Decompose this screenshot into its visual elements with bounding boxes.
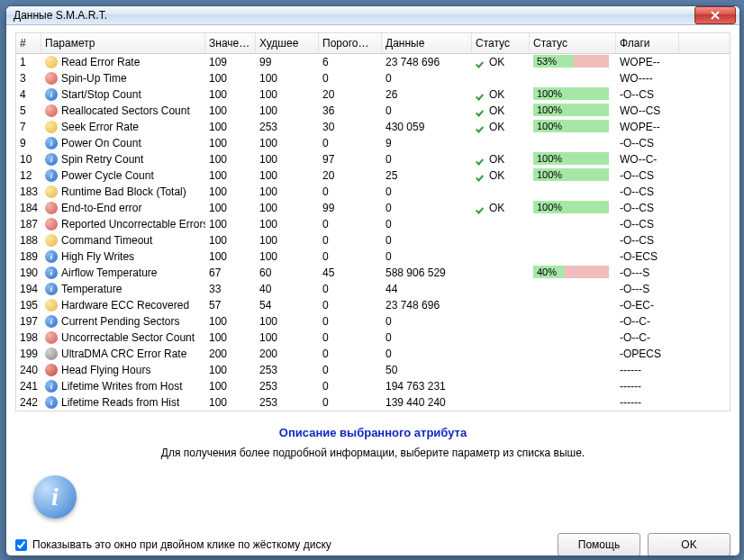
table-row[interactable]: 10Spin Retry Count100100970OK100%WO--C-: [16, 151, 730, 167]
cell-thr: 0: [319, 72, 382, 85]
col-flags[interactable]: Флаги: [616, 33, 679, 53]
help-button[interactable]: Помощь: [558, 533, 640, 556]
cell-val: 100: [205, 364, 256, 376]
col-value[interactable]: Значе…: [205, 33, 256, 53]
cell-data: 0: [382, 234, 472, 247]
table-row[interactable]: 5Reallocated Sectors Count100100360OK100…: [16, 103, 730, 119]
cell-id: 7: [16, 121, 41, 133]
cell-param: Temperature: [41, 283, 205, 295]
description-subtitle: Для получения более подробной информации…: [15, 447, 730, 459]
cell-flags: -O-ECS: [616, 250, 679, 263]
attr-icon: [45, 88, 58, 101]
param-label: Temperature: [61, 283, 122, 295]
attr-icon: [45, 299, 58, 312]
show-on-dblclick-checkbox[interactable]: Показывать это окно при двойном клике по…: [15, 538, 331, 551]
cell-id: 184: [16, 202, 41, 214]
cell-status: OK: [472, 88, 530, 101]
cell-thr: 20: [319, 169, 382, 182]
table-row[interactable]: 1Read Error Rate10999623 748 696OK53%WOP…: [16, 54, 730, 70]
cell-param: Hardware ECC Recovered: [41, 299, 205, 312]
table-body: 1Read Error Rate10999623 748 696OK53%WOP…: [16, 54, 730, 411]
param-label: Uncorrectable Sector Count: [61, 331, 195, 344]
attr-icon: [45, 396, 58, 409]
table-row[interactable]: 199UltraDMA CRC Error Rate20020000-OPECS: [16, 346, 730, 362]
table-row[interactable]: 242Lifetime Reads from Hist1002530139 44…: [16, 394, 730, 411]
col-status2[interactable]: Статус: [530, 33, 616, 53]
attr-icon: [45, 331, 58, 344]
cell-val: 100: [205, 218, 256, 230]
table-row[interactable]: 4Start/Stop Count1001002026OK100%-O--CS: [16, 86, 730, 103]
cell-flags: -O--C-: [616, 331, 679, 344]
table-row[interactable]: 183Runtime Bad Block (Total)10010000-O--…: [16, 184, 730, 200]
cell-val: 100: [205, 88, 256, 101]
attr-icon: [45, 218, 58, 230]
cell-flags: -O--CS: [616, 137, 679, 149]
close-button[interactable]: [694, 6, 736, 24]
table-row[interactable]: 188Command Timeout10010000-O--CS: [16, 232, 730, 248]
table-row[interactable]: 240Head Flying Hours100253050------: [16, 362, 730, 378]
param-label: Command Timeout: [61, 234, 152, 247]
status-bar: 100%: [533, 120, 609, 132]
col-thresh[interactable]: Порого…: [319, 33, 382, 53]
attr-icon: [45, 364, 58, 376]
table-row[interactable]: 198Uncorrectable Sector Count10010000-O-…: [16, 330, 730, 346]
content: # Параметр Значе… Худшее Порого… Данные …: [6, 25, 739, 556]
param-label: Power On Count: [61, 137, 141, 149]
col-param[interactable]: Параметр: [41, 33, 205, 53]
show-on-dblclick-input[interactable]: [15, 539, 27, 551]
cell-thr: 0: [319, 185, 382, 198]
cell-data: 9: [382, 137, 472, 149]
titlebar[interactable]: Данные S.M.A.R.T.: [6, 6, 739, 25]
cell-thr: 0: [319, 234, 382, 247]
table-row[interactable]: 195Hardware ECC Recovered5754023 748 696…: [16, 297, 730, 313]
cell-id: 1: [16, 56, 41, 68]
attr-icon: [45, 315, 58, 328]
check-icon: [476, 89, 486, 100]
param-label: Reported Uncorrectable Errors: [61, 218, 205, 230]
cell-param: Command Timeout: [41, 234, 205, 247]
table-row[interactable]: 12Power Cycle Count1001002025OK100%-O--C…: [16, 167, 730, 184]
table-row[interactable]: 241Lifetime Writes from Host1002530194 7…: [16, 378, 730, 394]
ok-button[interactable]: OK: [648, 533, 730, 556]
cell-worst: 100: [256, 185, 319, 198]
table-row[interactable]: 187Reported Uncorrectable Errors10010000…: [16, 216, 730, 232]
cell-param: Start/Stop Count: [41, 88, 205, 101]
param-label: Head Flying Hours: [61, 364, 150, 376]
table-row[interactable]: 189High Fly Writes10010000-O-ECS: [16, 248, 730, 265]
param-label: Read Error Rate: [61, 56, 140, 68]
table-row[interactable]: 190Airflow Temperature676045588 906 5294…: [16, 265, 730, 281]
cell-data: 23 748 696: [382, 56, 472, 68]
cell-status-bar: 53%: [530, 55, 616, 70]
cell-param: Lifetime Reads from Hist: [41, 396, 205, 409]
cell-val: 100: [205, 202, 256, 214]
cell-param: Power Cycle Count: [41, 169, 205, 182]
table-row[interactable]: 9Power On Count10010009-O--CS: [16, 135, 730, 151]
cell-flags: -O--C-: [616, 315, 679, 328]
cell-data: 0: [382, 250, 472, 263]
table-row[interactable]: 194Temperature3340044-O---S: [16, 281, 730, 297]
col-id[interactable]: #: [16, 33, 41, 53]
param-label: UltraDMA CRC Error Rate: [61, 348, 186, 360]
col-status[interactable]: Статус: [472, 33, 530, 53]
table-row[interactable]: 184End-to-End error100100990OK100%-O--CS: [16, 200, 730, 216]
cell-data: 0: [382, 331, 472, 344]
col-worst[interactable]: Худшее: [256, 33, 319, 53]
attr-icon: [45, 104, 58, 117]
status-bar: 100%: [533, 87, 609, 100]
col-data[interactable]: Данные: [382, 33, 472, 53]
table-row[interactable]: 3Spin-Up Time10010000WO----: [16, 70, 730, 86]
cell-val: 100: [205, 380, 256, 393]
cell-worst: 100: [256, 315, 319, 328]
check-icon: [476, 154, 486, 165]
table-row[interactable]: 197Current Pending Sectors10010000-O--C-: [16, 313, 730, 330]
cell-flags: ------: [616, 364, 679, 376]
cell-worst: 100: [256, 234, 319, 247]
cell-thr: 0: [319, 364, 382, 376]
table-header[interactable]: # Параметр Значе… Худшее Порого… Данные …: [16, 33, 730, 54]
cell-status-bar: 100%: [530, 120, 616, 135]
table-row[interactable]: 7Seek Error Rate10025330430 059OK100%WOP…: [16, 119, 730, 135]
cell-id: 189: [16, 250, 41, 263]
cell-flags: -O--CS: [616, 169, 679, 182]
cell-flags: ------: [616, 396, 679, 409]
cell-worst: 100: [256, 250, 319, 263]
